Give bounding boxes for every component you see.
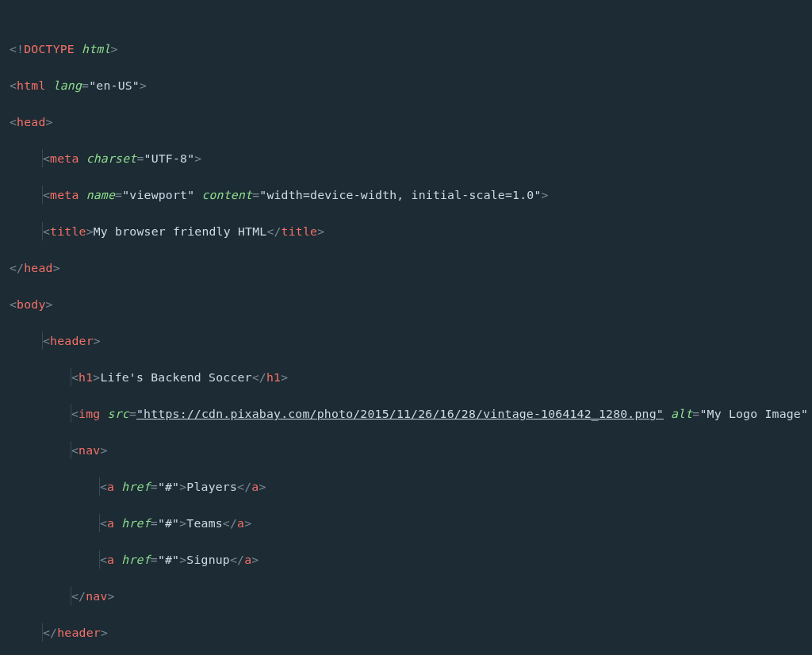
code-editor[interactable]: <!DOCTYPE html> <html lang="en-US"> <hea… <box>0 0 812 655</box>
code-line: <title>My browser friendly HTML</title> <box>5 222 807 240</box>
code-line: <meta charset="UTF-8"> <box>5 149 807 167</box>
code-line: <h1>Life's Backend Soccer</h1> <box>5 368 807 386</box>
code-line: <a href="#">Teams</a> <box>5 514 807 532</box>
code-line: <meta name="viewport" content="width=dev… <box>5 186 807 204</box>
code-line: <header> <box>5 331 807 350</box>
code-line: <a href="#">Players</a> <box>5 477 807 496</box>
code-line: <body> <box>5 295 807 313</box>
code-line: <html lang="en-US"> <box>5 76 807 94</box>
code-line: <!DOCTYPE html> <box>5 40 807 58</box>
code-line: </header> <box>5 623 807 642</box>
code-line: <img src="https://cdn.pixabay.com/photo/… <box>5 404 807 423</box>
code-line: </nav> <box>5 587 807 605</box>
code-line: <nav> <box>5 441 807 459</box>
code-line: <a href="#">Signup</a> <box>5 550 807 569</box>
code-line: <head> <box>5 113 807 131</box>
code-line: </head> <box>5 259 807 277</box>
